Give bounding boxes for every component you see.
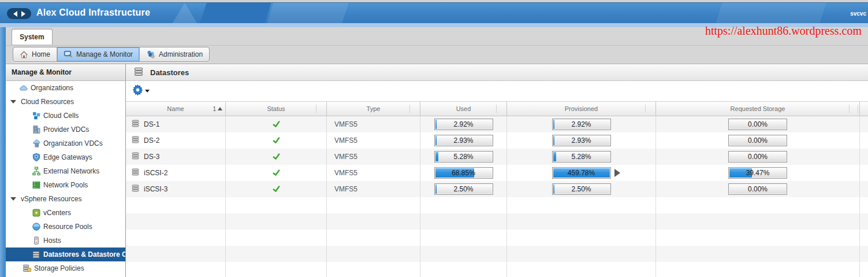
status-ok-icon	[272, 136, 281, 145]
table-row[interactable]: DS-3VMFS55.28%5.28%0.00%	[126, 149, 868, 165]
collapse-arrow-icon[interactable]	[10, 197, 16, 201]
usage-bar-label: 2.93%	[435, 135, 493, 146]
table-row[interactable]: iSCSI-2VMFS568.85%459.78%39.47%	[126, 165, 868, 181]
column-header-name[interactable]: Name 1	[126, 102, 226, 116]
sidebar-item-datastores-datastore-clusters[interactable]: Datastores & Datastore Clusters	[6, 248, 125, 261]
content-area: Manage & Monitor OrganizationsCloud Reso…	[6, 64, 868, 277]
usage-bar: 39.47%	[728, 167, 787, 179]
empty-cell	[860, 246, 868, 262]
sidebar-item-network-pools[interactable]: Network Pools	[6, 178, 125, 192]
sidebar-item-vcenters[interactable]: vCenters	[6, 206, 125, 220]
overflow-warning-icon	[614, 169, 620, 177]
usage-bar-label: 0.00%	[729, 184, 787, 194]
sidebar-item-resource-pools[interactable]: Resource Pools	[6, 220, 125, 234]
sidebar: Manage & Monitor OrganizationsCloud Reso…	[6, 64, 126, 277]
sidebar-item-label: Organizations	[31, 84, 73, 92]
datastore-icon	[133, 67, 144, 79]
sidebar-item-organizations[interactable]: Organizations	[6, 81, 125, 95]
usage-bar-cell: 5.28%	[507, 149, 656, 165]
usage-bar-cell: 0.00%	[656, 116, 860, 132]
type-cell: VMFS5	[327, 165, 420, 181]
sidebar-item-hosts[interactable]: Hosts	[6, 234, 125, 248]
collapse-arrow-icon[interactable]	[10, 100, 16, 104]
empty-cell	[860, 213, 868, 230]
edge-gateways-icon	[31, 153, 41, 162]
sidebar-item-vsphere-resources[interactable]: vSphere Resources	[6, 192, 125, 206]
window-left-frame	[0, 27, 6, 277]
toolbar-button-label: Home	[32, 50, 50, 58]
usage-bar-cell: 2.93%	[420, 132, 507, 149]
table-row[interactable]: DS-1VMFS52.92%2.92%0.00%	[126, 116, 868, 132]
empty-cell	[126, 213, 226, 230]
empty-cell	[860, 230, 868, 246]
empty-table-row	[126, 230, 868, 246]
datastore-icon	[31, 250, 41, 260]
sidebar-item-edge-gateways[interactable]: Edge Gateways	[6, 150, 125, 164]
usage-bar-label: 2.92%	[553, 119, 610, 130]
filler-cell	[860, 132, 868, 149]
status-ok-icon	[272, 153, 281, 161]
usage-bar-cell: 0.00%	[656, 149, 860, 165]
cloud-cells-icon	[31, 111, 41, 121]
panel-title: Datastores	[150, 68, 189, 77]
toolbar-button-label: Manage & Monitor	[76, 50, 133, 58]
toolbar-button-administration[interactable]: Administration	[140, 47, 209, 61]
usage-bar-label: 0.00%	[729, 135, 787, 146]
sidebar-item-organization-vdcs[interactable]: Organization VDCs	[6, 136, 125, 150]
usage-bar: 0.00%	[728, 183, 787, 195]
table-body: DS-1VMFS52.92%2.92%0.00%DS-2VMFS52.93%2.…	[126, 116, 868, 277]
usage-bar: 2.92%	[434, 119, 493, 130]
empty-table-row	[126, 213, 868, 230]
toolbar-button-manage-monitor[interactable]: Manage & Monitor	[57, 47, 140, 61]
forward-icon[interactable]	[21, 11, 25, 17]
column-header-used[interactable]: Used	[420, 102, 507, 116]
tab-row-divider	[6, 45, 868, 46]
empty-cell	[656, 262, 860, 277]
empty-cell	[507, 197, 656, 213]
sidebar-item-cloud-cells[interactable]: Cloud Cells	[6, 109, 125, 123]
empty-cell	[507, 230, 656, 246]
usage-bar-cell: 39.47%	[656, 165, 860, 181]
back-icon[interactable]	[13, 11, 17, 17]
titlebar-decoration	[267, 3, 348, 23]
table-row[interactable]: iSCSI-3VMFS52.50%2.50%0.00%	[126, 181, 868, 197]
empty-cell	[656, 213, 860, 230]
empty-cell	[420, 246, 507, 262]
usage-bar-cell: 0.00%	[656, 181, 860, 197]
history-nav-buttons[interactable]	[7, 8, 31, 19]
provider-vdcs-icon	[31, 125, 41, 135]
table-toolbar	[126, 81, 868, 102]
titlebar-decoration	[716, 3, 826, 23]
datastore-name: DS-2	[144, 136, 159, 145]
type-cell: VMFS5	[327, 149, 420, 165]
usage-bar: 0.00%	[728, 151, 787, 162]
window-chrome: System HomeManage & MonitorAdministratio…	[0, 27, 868, 277]
sidebar-item-storage-policies[interactable]: Storage Policies	[6, 261, 125, 275]
sidebar-item-external-networks[interactable]: External Networks	[6, 164, 125, 178]
column-header-provisioned[interactable]: Provisioned	[507, 102, 656, 116]
column-header-status[interactable]: Status	[226, 102, 327, 116]
filler-cell	[860, 165, 868, 181]
sidebar-item-cloud-resources[interactable]: Cloud Resources	[6, 95, 125, 109]
datastore-name-cell: DS-2	[126, 132, 226, 149]
sidebar-item-label: Cloud Resources	[21, 98, 74, 106]
type-cell: VMFS5	[327, 132, 420, 149]
usage-bar-cell: 2.50%	[420, 181, 507, 197]
home-icon	[20, 50, 28, 59]
table-row[interactable]: DS-2VMFS52.93%2.93%0.00%	[126, 132, 868, 149]
vcloud-director-window: Alex Cloud Infrastructure svcvc System H…	[0, 0, 868, 277]
datastore-icon	[131, 168, 140, 178]
toolbar-button-home[interactable]: Home	[13, 47, 57, 61]
usage-bar-label: 459.78%	[553, 168, 610, 178]
datastore-name: iSCSI-3	[144, 185, 167, 193]
type-label: VMFS5	[334, 136, 357, 145]
empty-table-row	[126, 197, 868, 213]
sidebar-header-label: Manage & Monitor	[12, 68, 72, 76]
status-ok-icon	[272, 169, 281, 177]
gear-menu-button[interactable]	[132, 84, 150, 98]
tab-system[interactable]: System	[12, 29, 53, 45]
sidebar-item-provider-vdcs[interactable]: Provider VDCs	[6, 123, 125, 136]
column-header-type[interactable]: Type	[327, 102, 420, 116]
column-header-requested-storage[interactable]: Requested Storage	[656, 102, 860, 116]
tab-system-label: System	[20, 33, 44, 41]
